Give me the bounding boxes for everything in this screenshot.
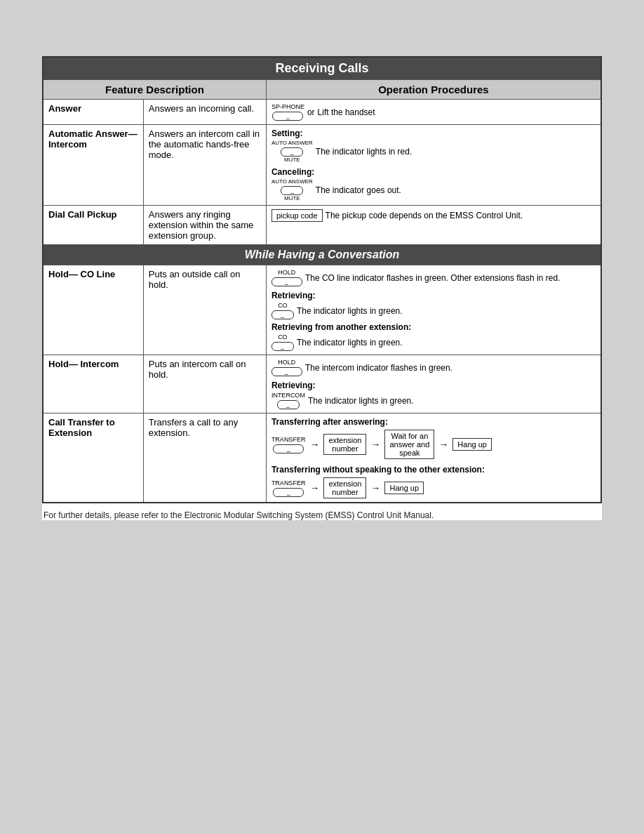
retrieving-label: Retrieving: [271, 291, 316, 300]
hold-co-description: The CO line indicator flashes in green. … [305, 273, 561, 283]
pickup-operation: pickup code The pickup code depends on t… [271, 209, 596, 222]
arrow-1: → [309, 439, 319, 450]
table-row: Answer Answers an incoming call. SP-PHON… [43, 100, 601, 125]
operation-cell: HOLD ⎯ The CO line indicator flashes in … [266, 265, 601, 355]
pickup-code-box: pickup code [271, 209, 323, 222]
table-row: Dial Call Pickup Answers any ringing ext… [43, 206, 601, 245]
retrieving-another-label: Retrieving from another extension: [271, 322, 411, 332]
feature-label: Hold— CO Line [43, 265, 143, 355]
hold-button: HOLD ⎯ [271, 269, 302, 286]
transfer-button: TRANSFER ⎯ [271, 436, 306, 454]
canceling-section: Canceling: AUTO ANSWER ⎯ MUTE The indica… [271, 167, 596, 201]
or-label: or [307, 107, 315, 117]
setting-label: Setting: [271, 128, 303, 138]
operation-cell: HOLD ⎯ The intercom indicator flashes in… [266, 355, 601, 413]
retrieving-another-section: Retrieving from another extension: CO ⎯ … [271, 322, 596, 351]
transfer-button-2: TRANSFER ⎯ [271, 479, 306, 497]
retrieving-intercom-section: Retrieving: INTERCOM ⎯ The indicator lig… [271, 380, 596, 409]
auto-answer-button: AUTO ANSWER ⎯ MUTE [271, 140, 313, 163]
operation-cell: pickup code The pickup code depends on t… [266, 206, 601, 245]
arrow-2: → [370, 439, 380, 450]
canceling-description: The indicator goes out. [316, 185, 401, 195]
transferring-without-label: Transferring without speaking to the oth… [271, 465, 596, 475]
feature-description: Puts an outside call on hold. [143, 265, 266, 355]
subheader-row: Feature Description Operation Procedures [43, 80, 601, 100]
sp-phone-button: SP-PHONE ⎯ [271, 103, 304, 121]
title-row: Receiving Calls [43, 57, 601, 80]
operation-cell: SP-PHONE ⎯ or Lift the handset [266, 100, 601, 125]
canceling-label: Canceling: [271, 167, 314, 177]
transferring-without-section: Transferring without speaking to the oth… [271, 465, 596, 498]
transferring-after-label: Transferring after answering: [271, 417, 596, 427]
auto-answer-cancel-button: AUTO ANSWER ⎯ MUTE [271, 178, 313, 201]
arrow-4: → [309, 482, 319, 494]
retrieving-intercom-description: The indicator lights in green. [308, 396, 414, 406]
main-table: Receiving Calls Feature Description Oper… [42, 56, 602, 503]
hang-up-box-2: Hang up [384, 482, 424, 494]
page-container: Receiving Calls Feature Description Oper… [42, 56, 602, 520]
retrieving-another-operation: CO ⎯ The indicator lights in green. [271, 333, 596, 351]
operation-cell: Setting: AUTO ANSWER ⎯ MUTE The indicato… [266, 125, 601, 206]
footer-text: For further details, please refer to the… [42, 510, 602, 520]
lift-handset-label: Lift the handset [318, 107, 375, 117]
feature-description-header: Feature Description [43, 80, 266, 100]
hold-intercom-main: HOLD ⎯ The intercom indicator flashes in… [271, 359, 596, 376]
intercom-button: INTERCOM ⎯ [271, 392, 305, 409]
retrieving-operation: CO ⎯ The indicator lights in green. [271, 302, 596, 319]
transfer-without-flow: TRANSFER ⎯ → extensionnumber → Hang up [271, 477, 596, 498]
feature-label: Hold— Intercom [43, 355, 143, 413]
retrieving-description: The indicator lights in green. [297, 306, 403, 316]
retrieving-intercom-label: Retrieving: [271, 380, 316, 390]
co-button-2: CO ⎯ [271, 333, 294, 351]
hold-intercom-button: HOLD ⎯ [271, 359, 302, 376]
arrow-5: → [370, 482, 380, 494]
hold-intercom-description: The intercom indicator flashes in green. [305, 363, 452, 373]
table-row: Hold— Intercom Puts an intercom call on … [43, 355, 601, 413]
hang-up-box-1: Hang up [452, 438, 492, 451]
extension-number-box: extensionnumber [323, 434, 366, 455]
operation-procedures-header: Operation Procedures [266, 80, 601, 100]
co-button: CO ⎯ [271, 302, 294, 319]
retrieving-section: Retrieving: CO ⎯ The indicator lights in… [271, 291, 596, 319]
feature-description: Transfers a call to any extension. [143, 413, 266, 503]
canceling-operation: AUTO ANSWER ⎯ MUTE The indicator goes ou… [271, 178, 596, 201]
feature-label: Call Transfer to Extension [43, 413, 143, 503]
feature-label: Automatic Answer— Intercom [43, 125, 143, 206]
setting-description: The indicator lights in red. [316, 147, 412, 157]
table-row: Automatic Answer— Intercom Answers an in… [43, 125, 601, 206]
feature-description: Puts an intercom call on hold. [143, 355, 266, 413]
transfer-after-flow: TRANSFER ⎯ → extensionnumber → Wait for … [271, 430, 596, 459]
arrow-3: → [438, 439, 448, 450]
hold-co-main: HOLD ⎯ The CO line indicator flashes in … [271, 269, 596, 286]
retrieving-intercom-operation: INTERCOM ⎯ The indicator lights in green… [271, 392, 596, 409]
answer-operation: SP-PHONE ⎯ or Lift the handset [271, 103, 596, 121]
transferring-after-section: Transferring after answering: TRANSFER ⎯… [271, 417, 596, 459]
wait-answer-box: Wait for ananswer andspeak [384, 430, 434, 459]
setting-operation: AUTO ANSWER ⎯ MUTE The indicator lights … [271, 140, 596, 163]
retrieving-another-description: The indicator lights in green. [297, 338, 403, 348]
feature-description: Answers any ringing extension within the… [143, 206, 266, 245]
feature-description: Answers an intercom call in the automati… [143, 125, 266, 206]
feature-description: Answers an incoming call. [143, 100, 266, 125]
extension-number-box-2: extensionnumber [323, 477, 366, 498]
operation-cell: Transferring after answering: TRANSFER ⎯… [266, 413, 601, 503]
table-row: Call Transfer to Extension Transfers a c… [43, 413, 601, 503]
section-header-row: While Having a Conversation [43, 245, 601, 265]
feature-label: Dial Call Pickup [43, 206, 143, 245]
table-row: Hold— CO Line Puts an outside call on ho… [43, 265, 601, 355]
feature-label: Answer [43, 100, 143, 125]
pickup-description: The pickup code depends on the EMSS Cont… [326, 211, 523, 220]
page-title: Receiving Calls [43, 57, 601, 80]
section-header-title: While Having a Conversation [43, 245, 601, 265]
setting-section: Setting: AUTO ANSWER ⎯ MUTE The indicato… [271, 128, 596, 163]
